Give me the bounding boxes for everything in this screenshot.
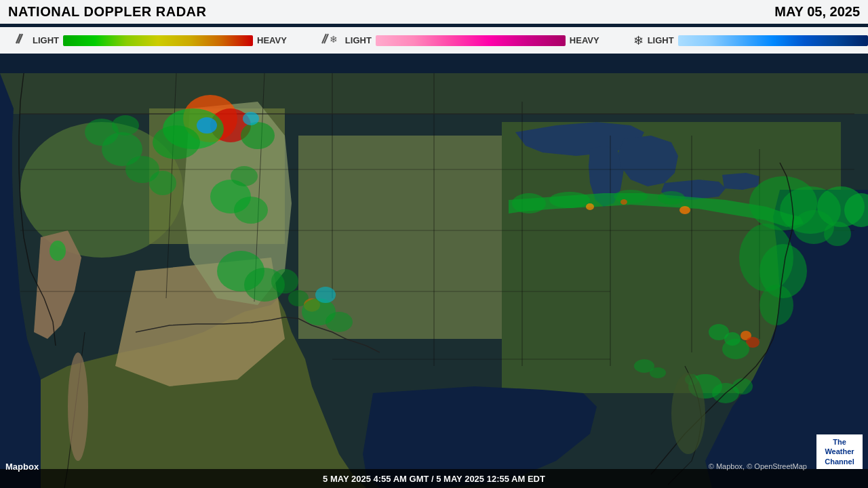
mixed-heavy-label: HEAVY xyxy=(570,35,599,45)
svg-point-49 xyxy=(658,191,685,205)
svg-point-30 xyxy=(243,112,259,125)
date-display: MAY 05, 2025 xyxy=(774,4,860,20)
rain-legend: LIGHT HEAVY xyxy=(14,31,287,49)
mixed-precip-icon: ❄ xyxy=(321,31,341,49)
rain-light-label: LIGHT xyxy=(33,35,59,45)
svg-point-27 xyxy=(153,125,200,159)
rain-heavy-label: HEAVY xyxy=(257,35,287,45)
svg-point-46 xyxy=(512,193,546,214)
svg-point-41 xyxy=(315,287,336,303)
svg-point-28 xyxy=(241,122,275,149)
legend-bar: LIGHT HEAVY ❄ LIGHT HEAVY ❄ LIGHT HEAVY xyxy=(0,27,868,54)
svg-point-45 xyxy=(149,171,176,195)
svg-point-75 xyxy=(671,373,705,454)
snow-legend: ❄ LIGHT HEAVY xyxy=(633,33,868,48)
header-bar: NATIONAL DOPPLER RADAR MAY 05, 2025 xyxy=(0,0,868,24)
rain-gradient xyxy=(63,35,253,46)
weather-channel-logo: The Weather Channel xyxy=(816,434,863,469)
svg-point-42 xyxy=(50,241,66,261)
snow-gradient xyxy=(678,35,868,46)
mixed-legend: ❄ LIGHT HEAVY xyxy=(321,31,599,49)
svg-point-74 xyxy=(112,115,139,136)
svg-point-40 xyxy=(326,312,353,332)
svg-point-51 xyxy=(586,203,594,210)
mixed-light-label: LIGHT xyxy=(345,35,372,45)
svg-point-50 xyxy=(679,206,690,214)
map-container xyxy=(0,0,868,488)
mixed-gradient xyxy=(376,35,566,46)
page-title: NATIONAL DOPPLER RADAR xyxy=(8,4,206,20)
weather-channel-line2: Weather xyxy=(821,447,859,456)
svg-point-61 xyxy=(760,285,793,325)
snow-icon: ❄ xyxy=(633,33,644,48)
svg-point-47 xyxy=(549,192,590,208)
rain-icon xyxy=(14,31,28,49)
svg-point-33 xyxy=(231,166,258,186)
svg-text:❄: ❄ xyxy=(330,34,338,45)
snow-light-label: LIGHT xyxy=(648,35,674,45)
osm-credit: © Mapbox, © OpenStreetMap xyxy=(709,462,807,470)
svg-point-68 xyxy=(650,367,666,378)
svg-point-32 xyxy=(234,197,268,224)
svg-point-36 xyxy=(271,269,298,293)
mapbox-credit: Mapbox xyxy=(5,462,39,472)
weather-channel-line1: The xyxy=(821,437,859,447)
svg-point-48 xyxy=(614,190,648,203)
weather-channel-line3: Channel xyxy=(821,457,859,466)
svg-point-76 xyxy=(68,352,88,461)
timestamp-bar: 5 MAY 2025 4:55 AM GMT / 5 MAY 2025 12:5… xyxy=(0,469,868,488)
svg-point-66 xyxy=(722,339,749,359)
svg-point-58 xyxy=(824,222,851,246)
svg-point-29 xyxy=(197,117,217,134)
svg-point-72 xyxy=(732,378,753,394)
radar-map xyxy=(0,0,868,488)
svg-point-52 xyxy=(620,199,627,205)
timestamp-text: 5 MAY 2025 4:55 AM GMT / 5 MAY 2025 12:5… xyxy=(323,474,545,484)
